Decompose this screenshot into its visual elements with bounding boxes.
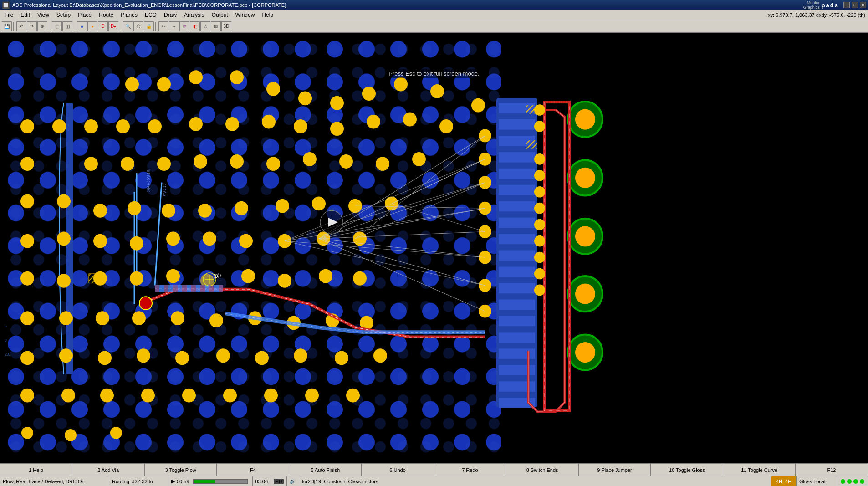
svg-point-106 [312, 197, 326, 211]
status-plow: Plow, Real Trace / Delayed, DRC On [0, 476, 109, 486]
tb-3d[interactable]: 3D [221, 21, 231, 31]
tb-drc2[interactable]: D▸ [108, 21, 118, 31]
status-volume[interactable]: 🔊 [287, 476, 299, 486]
tb-drc[interactable]: D [98, 21, 108, 31]
svg-point-56 [157, 77, 171, 92]
fkey-3-toggle-plow[interactable]: 3 Toggle Plow [145, 464, 217, 476]
layer-text: 4H, 4H [776, 479, 791, 484]
tb-comp[interactable]: ■ [77, 21, 87, 31]
svg-point-154 [223, 389, 237, 403]
svg-point-132 [132, 311, 146, 325]
tb-redo[interactable]: ↷ [27, 21, 37, 31]
svg-text:AVCC: AVCC [162, 184, 167, 197]
svg-point-145 [255, 351, 269, 365]
svg-rect-7 [499, 119, 535, 130]
menu-view[interactable]: View [34, 11, 53, 19]
function-key-bar: 1 Help 2 Add Via 3 Toggle Plow F4 5 Auto… [0, 463, 868, 476]
fkey-5-auto-finish[interactable]: 5 Auto Finish [289, 464, 362, 476]
svg-point-44 [534, 235, 545, 247]
tb-select3[interactable]: ⬡ [133, 21, 143, 31]
svg-rect-17 [499, 283, 535, 294]
app-icon: 🔲 [2, 1, 10, 9]
svg-point-94 [303, 152, 317, 166]
fkey-11-toggle-curve[interactable]: 11 Toggle Curve [723, 464, 796, 476]
maximize-button[interactable]: □ [852, 2, 858, 8]
status-play[interactable]: ▶ 00:59 [168, 476, 253, 486]
menu-edit[interactable]: Edit [17, 11, 34, 19]
tb-lock[interactable]: 🔒 [144, 21, 154, 31]
svg-rect-21 [499, 348, 535, 359]
svg-point-43 [534, 219, 545, 230]
svg-point-134 [209, 313, 223, 327]
menu-eco[interactable]: ECO [141, 11, 160, 19]
progress-bar[interactable] [193, 479, 248, 484]
svg-point-148 [373, 348, 387, 363]
pcb-canvas[interactable]: ⊕ )) SPECAUX AVCC 5 3 2.0 Press Esc to e… [0, 33, 868, 463]
menu-help[interactable]: Help [258, 11, 277, 19]
menu-setup[interactable]: Setup [53, 11, 74, 19]
menu-draw[interactable]: Draw [160, 11, 180, 19]
tb-save[interactable]: 💾 [2, 21, 12, 31]
menu-analysis[interactable]: Analysis [180, 11, 208, 19]
fkey-f12[interactable]: F12 [796, 464, 868, 476]
fkey-f4[interactable]: F4 [217, 464, 289, 476]
tb-zoom-fit[interactable]: ⊕ [37, 21, 47, 31]
menu-bar: File Edit View Setup Place Route Planes … [0, 10, 868, 20]
svg-point-128 [353, 271, 367, 286]
svg-rect-50 [526, 140, 537, 148]
svg-point-151 [100, 389, 114, 403]
svg-rect-16 [499, 267, 535, 277]
fkey-2-add-via[interactable]: 2 Add Via [72, 464, 145, 476]
svg-point-152 [141, 389, 155, 403]
tb-layers[interactable]: ⊞ [211, 21, 221, 31]
status-constraint: tor2D[19] Constraint Class:mictors [299, 476, 771, 486]
tb-route[interactable]: ≋ [179, 21, 189, 31]
svg-point-42 [534, 203, 545, 214]
tb-select2[interactable]: ◫ [62, 21, 72, 31]
pcb-view[interactable]: ⊕ )) SPECAUX AVCC 5 3 2.0 [0, 33, 868, 463]
menu-place[interactable]: Place [74, 11, 95, 19]
tb-sep-4 [120, 22, 122, 31]
volume-icon[interactable]: 🔊 [290, 478, 296, 484]
tb-via[interactable]: ● [87, 21, 97, 31]
fkey-8-switch-ends[interactable]: 8 Switch Ends [506, 464, 579, 476]
tb-highlight[interactable]: ☆ [200, 21, 210, 31]
menu-planes[interactable]: Planes [117, 11, 141, 19]
svg-point-81 [262, 115, 276, 129]
plow-status-text: Plow, Real Trace / Delayed, DRC On [3, 479, 85, 484]
fkey-6-undo[interactable]: 6 Undo [362, 464, 434, 476]
svg-point-89 [121, 157, 134, 171]
tb-scissors[interactable]: ✂ [158, 21, 168, 31]
minimize-button[interactable]: _ [843, 2, 850, 8]
menu-route[interactable]: Route [95, 11, 117, 19]
menu-window[interactable]: Window [232, 11, 259, 19]
svg-point-96 [376, 157, 389, 171]
svg-point-122 [130, 271, 143, 286]
menu-output[interactable]: Output [208, 11, 232, 19]
fkey-7-redo[interactable]: 7 Redo [434, 464, 506, 476]
menu-file[interactable]: File [1, 11, 17, 19]
tb-select[interactable]: ⬚ [52, 21, 62, 31]
close-button[interactable]: × [860, 2, 866, 8]
svg-point-30 [575, 226, 595, 246]
svg-rect-12 [499, 201, 535, 212]
svg-point-91 [194, 154, 207, 169]
tb-arrow[interactable]: → [169, 21, 179, 31]
svg-point-46 [534, 268, 545, 280]
fkey-10-toggle-gloss[interactable]: 10 Toggle Gloss [651, 464, 723, 476]
svg-point-39 [534, 153, 545, 165]
svg-point-118 [353, 232, 367, 246]
fkey-9-place-jumper[interactable]: 9 Place Jumper [579, 464, 651, 476]
status-bar: Plow, Real Trace / Delayed, DRC On Routi… [0, 476, 868, 486]
svg-point-112 [130, 236, 143, 251]
fkey-1-help[interactable]: 1 Help [0, 464, 72, 476]
play-button-icon[interactable]: ▶ [171, 478, 175, 484]
svg-point-83 [330, 122, 344, 136]
svg-point-26 [575, 109, 595, 129]
svg-point-32 [575, 284, 595, 304]
tb-comp2[interactable]: ◧ [190, 21, 200, 31]
svg-point-120 [57, 274, 71, 288]
svg-point-126 [278, 274, 291, 288]
tb-zoom[interactable]: 🔍 [123, 21, 133, 31]
tb-undo[interactable]: ↶ [16, 21, 26, 31]
